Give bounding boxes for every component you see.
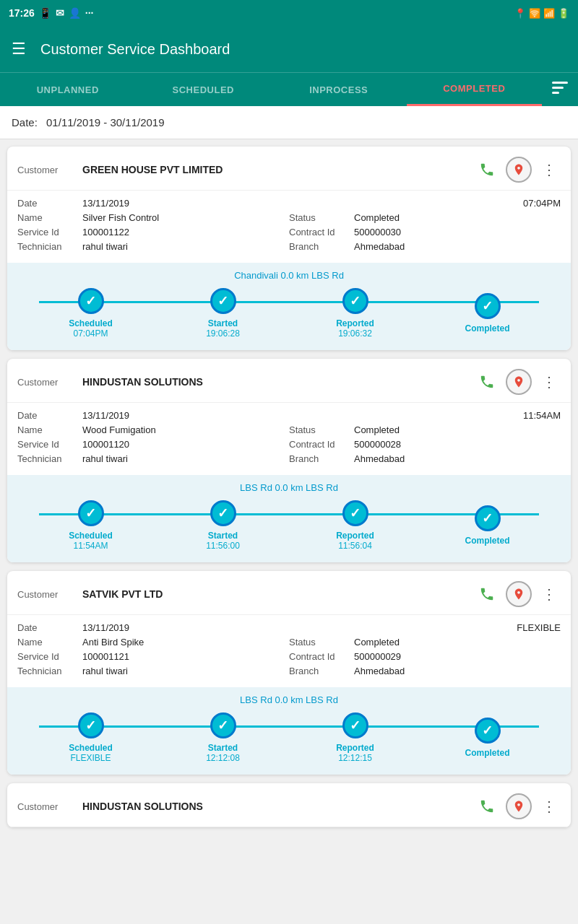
card-1-serviceid-row: Service Id 100001122 Contract Id 5000000… bbox=[17, 227, 561, 237]
navigate-button-4[interactable] bbox=[506, 793, 532, 819]
branch-label-2: Branch bbox=[289, 453, 354, 464]
tab-unplanned[interactable]: UNPLANNED bbox=[0, 74, 136, 105]
card-3-header: Customer SATVIK PVT LTD ⋮ bbox=[7, 571, 571, 615]
step-circle-comp-2: ✓ bbox=[475, 505, 501, 531]
service-card-4-partial: Customer HINDUSTAN SOLUTIONS ⋮ bbox=[7, 783, 571, 827]
step-time-rep-2: 11:56:04 bbox=[338, 541, 372, 551]
customer-label-3: Customer bbox=[17, 589, 82, 600]
serviceid-label-1: Service Id bbox=[17, 227, 82, 237]
service-card-2: Customer HINDUSTAN SOLUTIONS ⋮ Date 13/1… bbox=[7, 359, 571, 562]
signal-icon: 📶 bbox=[543, 8, 555, 19]
technician-label-1: Technician bbox=[17, 241, 82, 252]
email-icon: ✉ bbox=[56, 7, 64, 19]
profile-icon: 👤 bbox=[69, 7, 81, 19]
status-value-3: Completed bbox=[354, 637, 561, 648]
menu-button[interactable]: ☰ bbox=[12, 40, 26, 58]
filter-icon[interactable] bbox=[542, 74, 578, 105]
step-label-st-3: Started bbox=[208, 743, 238, 753]
step-circle-started-1: ✓ bbox=[210, 288, 236, 314]
card-2-technician-row: Technician rahul tiwari Branch Ahmedabad bbox=[17, 453, 561, 464]
timeline-steps-1: ✓ Scheduled 07:04PM ✓ Started 19:06:28 ✓… bbox=[17, 288, 561, 339]
card-2-icons: ⋮ bbox=[474, 369, 561, 395]
date-bar: Date: 01/11/2019 - 30/11/2019 bbox=[0, 106, 578, 139]
step-time-sch-3: FLEXIBLE bbox=[70, 753, 111, 763]
more-options-2[interactable]: ⋮ bbox=[538, 370, 561, 393]
timeline-location-2: LBS Rd 0.0 km LBS Rd bbox=[17, 482, 561, 493]
card-3-technician-row: Technician rahul tiwari Branch Ahmedabad bbox=[17, 666, 561, 676]
more-dots-icon: ··· bbox=[85, 7, 94, 19]
branch-value-1: Ahmedabad bbox=[354, 241, 561, 252]
step-circle-reported-1: ✓ bbox=[342, 288, 368, 314]
branch-label-1: Branch bbox=[289, 241, 354, 252]
date-value-3: 13/11/2019 bbox=[82, 622, 514, 633]
serviceid-value-3: 100001121 bbox=[82, 651, 289, 662]
serviceid-value-2: 100001120 bbox=[82, 439, 289, 450]
card-1-name-row: Name Silver Fish Control Status Complete… bbox=[17, 212, 561, 223]
customer-label-4: Customer bbox=[17, 801, 82, 812]
more-options-1[interactable]: ⋮ bbox=[538, 158, 561, 181]
step-label-rep-3: Reported bbox=[336, 743, 374, 753]
timeline-step-started-3: ✓ Started 12:12:08 bbox=[157, 712, 289, 763]
timeline-step-reported-3: ✓ Reported 12:12:15 bbox=[289, 712, 421, 763]
status-bar-right: 📍 🛜 📶 🔋 bbox=[514, 8, 569, 19]
step-circle-sch-2: ✓ bbox=[78, 500, 104, 526]
step-label-started-1: Started bbox=[208, 318, 238, 328]
navigate-button-3[interactable] bbox=[506, 581, 532, 607]
step-circle-completed-1: ✓ bbox=[475, 293, 501, 319]
branch-value-2: Ahmedabad bbox=[354, 453, 561, 464]
contractid-label-3: Contract Id bbox=[289, 651, 354, 662]
step-time-reported-1: 19:06:32 bbox=[338, 328, 372, 339]
status-label-1: Status bbox=[289, 212, 354, 223]
tab-inprocess[interactable]: INPROCESS bbox=[271, 74, 407, 105]
name-value-2: Wood Fumigation bbox=[82, 424, 289, 435]
branch-value-3: Ahmedabad bbox=[354, 666, 561, 676]
timeline-step-completed-3: ✓ Completed bbox=[421, 718, 553, 758]
tab-completed[interactable]: COMPLETED bbox=[407, 73, 543, 106]
step-circle-st-2: ✓ bbox=[210, 500, 236, 526]
step-label-scheduled-1: Scheduled bbox=[69, 318, 113, 328]
service-card-3: Customer SATVIK PVT LTD ⋮ Date 13/11/201… bbox=[7, 571, 571, 775]
step-time-st-3: 12:12:08 bbox=[206, 753, 240, 763]
timeline-step-reported-1: ✓ Reported 19:06:32 bbox=[289, 288, 421, 339]
customer-name-2: HINDUSTAN SOLUTIONS bbox=[82, 376, 474, 388]
phone-button-4[interactable] bbox=[474, 793, 500, 819]
customer-label-2: Customer bbox=[17, 377, 82, 388]
customer-name-1: GREEN HOUSE PVT LIMITED bbox=[82, 164, 474, 175]
card-1-date-row: Date 13/11/2019 07:04PM bbox=[17, 198, 561, 209]
tab-scheduled[interactable]: SCHEDULED bbox=[136, 74, 272, 105]
phone-button-1[interactable] bbox=[474, 157, 500, 183]
step-label-sch-2: Scheduled bbox=[69, 531, 113, 541]
header-title: Customer Service Dashboard bbox=[40, 41, 230, 58]
status-bar: 17:26 📱 ✉ 👤 ··· 📍 🛜 📶 🔋 bbox=[0, 0, 578, 26]
timeline-step-completed-2: ✓ Completed bbox=[421, 505, 553, 546]
card-4-icons: ⋮ bbox=[474, 793, 561, 819]
navigate-button-1[interactable] bbox=[506, 157, 532, 183]
svg-rect-1 bbox=[552, 87, 564, 89]
card-2-name-row: Name Wood Fumigation Status Completed bbox=[17, 424, 561, 435]
name-label-1: Name bbox=[17, 212, 82, 223]
technician-value-2: rahul tiwari bbox=[82, 453, 289, 464]
step-label-completed-1: Completed bbox=[465, 323, 509, 334]
more-options-4[interactable]: ⋮ bbox=[538, 795, 561, 818]
date-label-3: Date bbox=[17, 622, 82, 633]
card-3-name-row: Name Anti Bird Spike Status Completed bbox=[17, 637, 561, 648]
contractid-value-1: 500000030 bbox=[354, 227, 561, 237]
customer-name-4: HINDUSTAN SOLUTIONS bbox=[82, 801, 474, 812]
more-options-3[interactable]: ⋮ bbox=[538, 583, 561, 606]
step-label-comp-3: Completed bbox=[465, 748, 509, 758]
timeline-step-started-1: ✓ Started 19:06:28 bbox=[157, 288, 289, 339]
navigate-button-2[interactable] bbox=[506, 369, 532, 395]
step-circle-rep-3: ✓ bbox=[342, 712, 368, 738]
branch-label-3: Branch bbox=[289, 666, 354, 676]
card-2-header: Customer HINDUSTAN SOLUTIONS ⋮ bbox=[7, 359, 571, 403]
sim-icon: 📱 bbox=[39, 7, 51, 19]
phone-button-3[interactable] bbox=[474, 581, 500, 607]
step-circle-st-3: ✓ bbox=[210, 712, 236, 738]
battery-icon: 🔋 bbox=[558, 8, 569, 19]
step-time-st-2: 11:56:00 bbox=[206, 541, 240, 551]
date-prefix: Date: bbox=[12, 116, 38, 128]
location-icon: 📍 bbox=[514, 8, 526, 19]
contractid-value-2: 500000028 bbox=[354, 439, 561, 450]
service-card-1: Customer GREEN HOUSE PVT LIMITED ⋮ Date … bbox=[7, 147, 571, 350]
phone-button-2[interactable] bbox=[474, 369, 500, 395]
